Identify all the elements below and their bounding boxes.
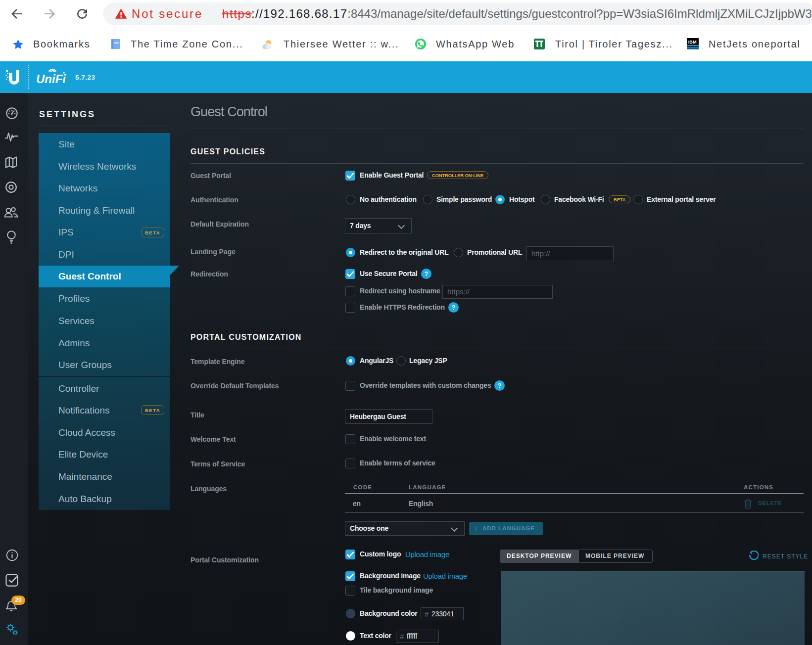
- svg-text:UniFi: UniFi: [36, 72, 66, 86]
- svg-text:IBM: IBM: [688, 40, 697, 45]
